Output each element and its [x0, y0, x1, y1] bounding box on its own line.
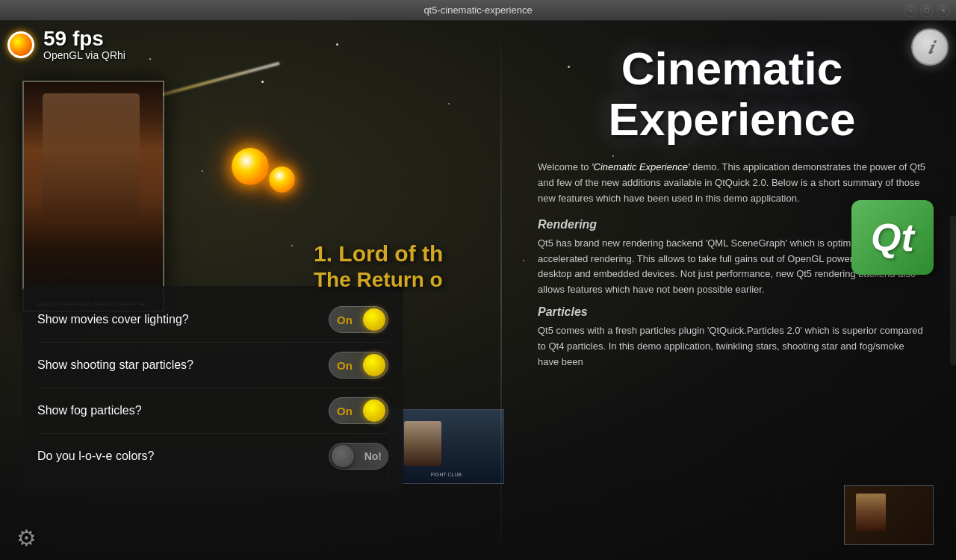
cinematic-title-block: Cinematic Experience	[538, 43, 926, 145]
toggle-fog-knob	[363, 399, 385, 422]
setting-label-lighting: Show movies cover lighting?	[37, 313, 189, 326]
setting-row-fog: Show fog particles? On	[37, 388, 388, 434]
setting-row-colors: Do you l-o-v-e colors? No!	[37, 434, 388, 479]
setting-label-particles: Show shooting star particles?	[37, 358, 193, 372]
gear-button[interactable]: ⚙	[11, 523, 41, 553]
toggle-colors-label: No!	[364, 450, 382, 462]
gear-icon: ⚙	[16, 525, 37, 551]
movie-cover: LORD OF THE RINGS: THE RETURN OF TH...	[22, 81, 164, 312]
titlebar-buttons: − □ ×	[904, 4, 950, 17]
toggle-fog-label: On	[337, 405, 353, 417]
toggle-particles-knob	[363, 354, 385, 376]
fps-panel: 59 fps OpenGL via QRhi	[7, 28, 125, 61]
qt-logo-text: Qt	[871, 215, 914, 260]
qt-logo-inner: Qt	[851, 200, 934, 275]
toggle-lighting-label: On	[337, 314, 353, 326]
particles-section: Particles Qt5 comes with a fresh particl…	[538, 305, 926, 370]
fps-circle-icon	[7, 31, 34, 58]
toggle-particles[interactable]: On	[329, 352, 388, 379]
toggle-colors-knob	[332, 445, 354, 467]
scrollbar[interactable]	[950, 216, 956, 365]
setting-row-lighting: Show movies cover lighting? On	[37, 297, 388, 343]
fps-info: 59 fps OpenGL via QRhi	[43, 28, 125, 61]
qt-logo: Qt	[851, 200, 934, 275]
titlebar-title: qt5-cinematic-experience	[423, 4, 532, 16]
movie-title-line2: The Return o	[314, 268, 508, 292]
minimize-button[interactable]: −	[904, 4, 917, 17]
orb-small	[269, 167, 295, 193]
main-area: 59 fps OpenGL via QRhi 𝑖 1. Lord of th T…	[0, 21, 956, 560]
movie-title-area: 1. Lord of th The Return o	[314, 241, 508, 292]
orb-large	[232, 148, 269, 185]
close-button[interactable]: ×	[937, 4, 950, 17]
movie-cover-image: LORD OF THE RINGS: THE RETURN OF TH...	[24, 82, 163, 311]
movie-thumbnail-2: FIGHT CLUB	[388, 409, 504, 484]
settings-panel: Show movies cover lighting? On Show shoo…	[22, 286, 403, 490]
setting-label-fog: Show fog particles?	[37, 404, 142, 417]
fps-value: 59 fps	[43, 28, 125, 49]
toggle-colors[interactable]: No!	[329, 443, 388, 470]
cinematic-title-line1: Cinematic	[538, 43, 926, 94]
setting-row-particles: Show shooting star particles? On	[37, 343, 388, 388]
toggle-lighting-knob	[363, 308, 385, 331]
toggle-lighting[interactable]: On	[329, 306, 388, 333]
particles-text: Qt5 comes with a fresh particles plugin …	[538, 323, 926, 370]
movie-title-line1: 1. Lord of th	[314, 241, 508, 267]
fps-renderer: OpenGL via QRhi	[43, 49, 125, 61]
titlebar: qt5-cinematic-experience − □ ×	[0, 0, 956, 21]
particles-title: Particles	[538, 305, 926, 319]
toggle-particles-label: On	[337, 359, 353, 372]
toggle-fog[interactable]: On	[329, 397, 388, 424]
setting-label-colors: Do you l-o-v-e colors?	[37, 449, 155, 463]
maximize-button[interactable]: □	[920, 4, 934, 17]
cinematic-title-line2: Experience	[538, 94, 926, 145]
right-panel: Cinematic Experience Welcome to 'Cinemat…	[508, 21, 956, 560]
bottom-thumbnail	[844, 485, 934, 545]
